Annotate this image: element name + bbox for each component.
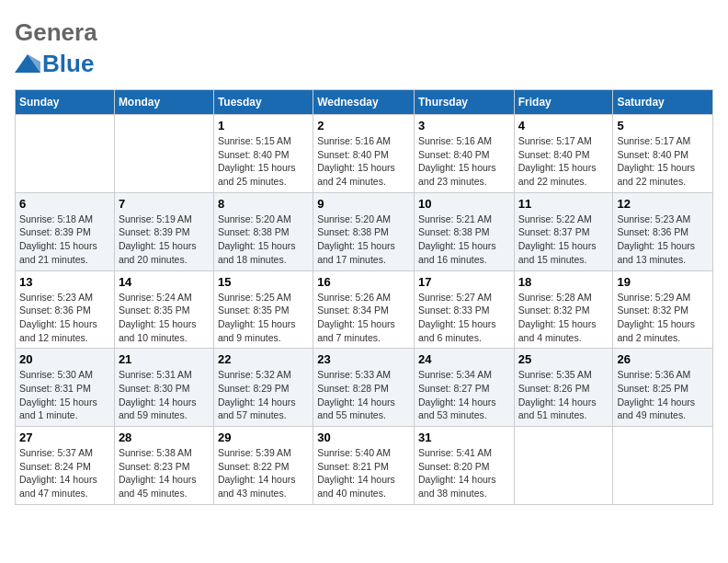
day-number: 4	[518, 119, 609, 132]
calendar-cell: 14Sunrise: 5:24 AM Sunset: 8:35 PM Dayli…	[114, 270, 213, 349]
day-number: 22	[218, 352, 309, 366]
day-info: Sunrise: 5:34 AM Sunset: 8:27 PM Dayligh…	[418, 368, 510, 422]
day-number: 26	[617, 352, 709, 366]
day-info: Sunrise: 5:20 AM Sunset: 8:38 PM Dayligh…	[317, 213, 410, 267]
day-info: Sunrise: 5:40 AM Sunset: 8:21 PM Dayligh…	[317, 446, 410, 500]
day-number: 13	[19, 275, 110, 289]
calendar-cell	[114, 115, 213, 193]
calendar-cell: 15Sunrise: 5:25 AM Sunset: 8:35 PM Dayli…	[213, 270, 313, 349]
day-info: Sunrise: 5:23 AM Sunset: 8:36 PM Dayligh…	[617, 213, 709, 267]
calendar-cell: 26Sunrise: 5:36 AM Sunset: 8:25 PM Dayli…	[613, 349, 713, 427]
calendar-cell: 27Sunrise: 5:37 AM Sunset: 8:24 PM Dayli…	[16, 427, 115, 505]
day-number: 5	[617, 119, 709, 132]
weekday-header-friday: Friday	[514, 90, 613, 115]
weekday-header-wednesday: Wednesday	[313, 90, 415, 115]
calendar-cell: 10Sunrise: 5:21 AM Sunset: 8:38 PM Dayli…	[414, 192, 514, 270]
day-number: 20	[19, 352, 110, 366]
day-number: 14	[119, 275, 210, 289]
calendar-cell: 30Sunrise: 5:40 AM Sunset: 8:21 PM Dayli…	[313, 427, 415, 505]
calendar-cell: 31Sunrise: 5:41 AM Sunset: 8:20 PM Dayli…	[414, 427, 514, 505]
day-info: Sunrise: 5:17 AM Sunset: 8:40 PM Dayligh…	[518, 134, 609, 189]
day-info: Sunrise: 5:36 AM Sunset: 8:25 PM Dayligh…	[617, 368, 709, 422]
day-number: 2	[317, 119, 410, 132]
day-number: 11	[518, 197, 609, 211]
day-number: 10	[418, 197, 510, 211]
calendar-cell: 5Sunrise: 5:17 AM Sunset: 8:40 PM Daylig…	[613, 115, 713, 193]
day-number: 29	[218, 431, 309, 444]
calendar-cell: 11Sunrise: 5:22 AM Sunset: 8:37 PM Dayli…	[514, 192, 613, 270]
calendar-cell: 28Sunrise: 5:38 AM Sunset: 8:23 PM Dayli…	[114, 427, 213, 505]
day-number: 7	[119, 197, 210, 211]
day-info: Sunrise: 5:35 AM Sunset: 8:26 PM Dayligh…	[518, 368, 609, 422]
day-info: Sunrise: 5:26 AM Sunset: 8:34 PM Dayligh…	[317, 291, 410, 345]
day-info: Sunrise: 5:31 AM Sunset: 8:30 PM Dayligh…	[119, 368, 210, 422]
weekday-header-monday: Monday	[114, 90, 213, 115]
day-info: Sunrise: 5:17 AM Sunset: 8:40 PM Dayligh…	[617, 134, 709, 189]
day-number: 31	[418, 431, 510, 444]
calendar-cell: 22Sunrise: 5:32 AM Sunset: 8:29 PM Dayli…	[213, 349, 313, 427]
day-info: Sunrise: 5:32 AM Sunset: 8:29 PM Dayligh…	[218, 368, 309, 422]
day-info: Sunrise: 5:20 AM Sunset: 8:38 PM Dayligh…	[218, 213, 309, 267]
day-info: Sunrise: 5:37 AM Sunset: 8:24 PM Dayligh…	[19, 446, 110, 500]
day-number: 16	[317, 275, 410, 289]
day-number: 28	[119, 431, 210, 444]
day-info: Sunrise: 5:23 AM Sunset: 8:36 PM Dayligh…	[19, 291, 110, 345]
calendar-cell: 24Sunrise: 5:34 AM Sunset: 8:27 PM Dayli…	[414, 349, 514, 427]
svg-text:General: General	[15, 18, 97, 46]
calendar-cell	[16, 115, 115, 193]
calendar-cell: 19Sunrise: 5:29 AM Sunset: 8:32 PM Dayli…	[613, 270, 713, 349]
calendar-cell: 9Sunrise: 5:20 AM Sunset: 8:38 PM Daylig…	[313, 192, 415, 270]
calendar-cell: 13Sunrise: 5:23 AM Sunset: 8:36 PM Dayli…	[16, 270, 115, 349]
day-info: Sunrise: 5:25 AM Sunset: 8:35 PM Dayligh…	[218, 291, 309, 345]
logo: General Blue	[15, 15, 97, 78]
day-number: 24	[418, 352, 510, 366]
day-number: 30	[317, 431, 410, 444]
calendar-cell: 25Sunrise: 5:35 AM Sunset: 8:26 PM Dayli…	[514, 349, 613, 427]
day-number: 6	[19, 197, 110, 211]
calendar-cell: 18Sunrise: 5:28 AM Sunset: 8:32 PM Dayli…	[514, 270, 613, 349]
day-number: 1	[218, 119, 309, 132]
day-info: Sunrise: 5:29 AM Sunset: 8:32 PM Dayligh…	[617, 291, 709, 345]
calendar-week-1: 1Sunrise: 5:15 AM Sunset: 8:40 PM Daylig…	[16, 115, 713, 193]
calendar-cell: 1Sunrise: 5:15 AM Sunset: 8:40 PM Daylig…	[213, 115, 313, 193]
day-number: 18	[518, 275, 609, 289]
calendar-cell: 21Sunrise: 5:31 AM Sunset: 8:30 PM Dayli…	[114, 349, 213, 427]
day-number: 3	[418, 119, 510, 132]
day-info: Sunrise: 5:16 AM Sunset: 8:40 PM Dayligh…	[317, 134, 410, 189]
day-number: 21	[119, 352, 210, 366]
calendar-cell: 16Sunrise: 5:26 AM Sunset: 8:34 PM Dayli…	[313, 270, 415, 349]
day-info: Sunrise: 5:16 AM Sunset: 8:40 PM Dayligh…	[418, 134, 510, 189]
calendar-cell: 17Sunrise: 5:27 AM Sunset: 8:33 PM Dayli…	[414, 270, 514, 349]
day-number: 25	[518, 352, 609, 366]
calendar-header-row: SundayMondayTuesdayWednesdayThursdayFrid…	[16, 90, 713, 115]
day-info: Sunrise: 5:33 AM Sunset: 8:28 PM Dayligh…	[317, 368, 410, 422]
day-info: Sunrise: 5:38 AM Sunset: 8:23 PM Dayligh…	[119, 446, 210, 500]
calendar-cell	[613, 427, 713, 505]
weekday-header-thursday: Thursday	[414, 90, 514, 115]
day-number: 23	[317, 352, 410, 366]
day-number: 12	[617, 197, 709, 211]
day-number: 19	[617, 275, 709, 289]
day-info: Sunrise: 5:18 AM Sunset: 8:39 PM Dayligh…	[19, 213, 110, 267]
logo-blue: Blue	[42, 50, 94, 78]
day-number: 15	[218, 275, 309, 289]
calendar-cell: 29Sunrise: 5:39 AM Sunset: 8:22 PM Dayli…	[213, 427, 313, 505]
day-info: Sunrise: 5:30 AM Sunset: 8:31 PM Dayligh…	[19, 368, 110, 422]
day-info: Sunrise: 5:22 AM Sunset: 8:37 PM Dayligh…	[518, 213, 609, 267]
day-info: Sunrise: 5:21 AM Sunset: 8:38 PM Dayligh…	[418, 213, 510, 267]
day-info: Sunrise: 5:28 AM Sunset: 8:32 PM Dayligh…	[518, 291, 609, 345]
calendar-cell: 23Sunrise: 5:33 AM Sunset: 8:28 PM Dayli…	[313, 349, 415, 427]
calendar-cell: 6Sunrise: 5:18 AM Sunset: 8:39 PM Daylig…	[16, 192, 115, 270]
calendar-table: SundayMondayTuesdayWednesdayThursdayFrid…	[15, 89, 713, 505]
day-number: 8	[218, 197, 309, 211]
day-number: 17	[418, 275, 510, 289]
day-info: Sunrise: 5:24 AM Sunset: 8:35 PM Dayligh…	[119, 291, 210, 345]
day-info: Sunrise: 5:39 AM Sunset: 8:22 PM Dayligh…	[218, 446, 309, 500]
calendar-week-2: 6Sunrise: 5:18 AM Sunset: 8:39 PM Daylig…	[16, 192, 713, 270]
calendar-cell: 20Sunrise: 5:30 AM Sunset: 8:31 PM Dayli…	[16, 349, 115, 427]
day-info: Sunrise: 5:41 AM Sunset: 8:20 PM Dayligh…	[418, 446, 510, 500]
calendar-cell: 3Sunrise: 5:16 AM Sunset: 8:40 PM Daylig…	[414, 115, 514, 193]
day-number: 9	[317, 197, 410, 211]
weekday-header-tuesday: Tuesday	[213, 90, 313, 115]
calendar-week-3: 13Sunrise: 5:23 AM Sunset: 8:36 PM Dayli…	[16, 270, 713, 349]
